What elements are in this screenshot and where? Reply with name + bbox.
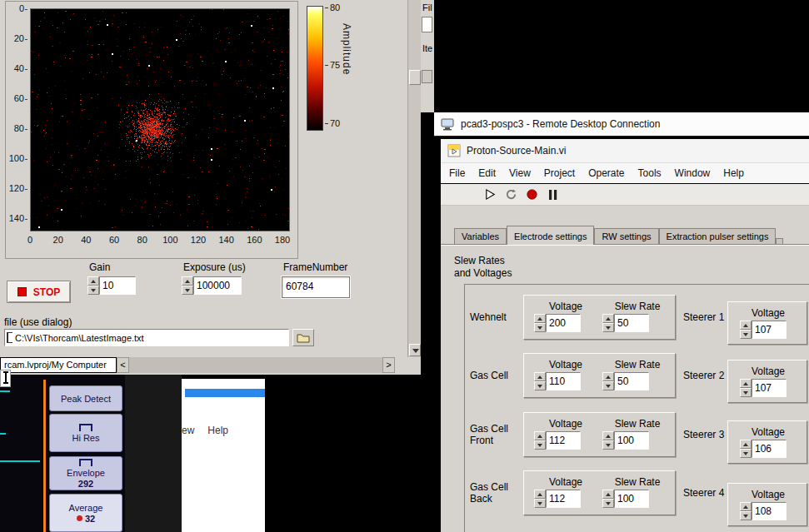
stop-button[interactable]: STOP (7, 281, 71, 303)
slew-rate-field[interactable]: 50 (614, 314, 649, 332)
increment-button[interactable] (740, 502, 752, 511)
menu-item-help[interactable]: Help (717, 165, 751, 181)
breadcrumb[interactable]: rcam.lvproj/My Computer (0, 357, 117, 373)
increment-button[interactable] (534, 490, 546, 499)
steerer-voltage-field[interactable]: 106 (752, 440, 787, 458)
v-scrollbar-thumb[interactable] (409, 70, 421, 85)
menu-item-tools[interactable]: Tools (632, 165, 668, 181)
decrement-button[interactable] (534, 499, 546, 508)
increment-button[interactable] (534, 372, 546, 381)
menu-item-edit[interactable]: Edit (472, 165, 502, 181)
tab-partial[interactable] (776, 238, 783, 244)
increment-button[interactable] (740, 321, 752, 330)
slew-rate-field[interactable]: 100 (614, 431, 649, 450)
y-axis: 020406080100120140 (6, 8, 27, 230)
v-scrollbar[interactable] (407, 0, 421, 357)
decrement-button[interactable] (740, 511, 752, 520)
increment-button[interactable] (602, 314, 614, 323)
decrement-button[interactable] (602, 440, 614, 450)
spinner[interactable] (534, 314, 546, 332)
scroll-down-button[interactable] (409, 344, 421, 356)
spinner[interactable] (740, 440, 752, 458)
menu-item-help[interactable]: Help (207, 425, 228, 436)
spinner[interactable] (534, 372, 546, 390)
steerer-voltage-field[interactable]: 107 (752, 321, 787, 339)
gain-spinner[interactable] (87, 276, 99, 295)
spinner[interactable] (740, 321, 752, 339)
decrement-button[interactable] (534, 440, 546, 450)
average-button[interactable]: Average 32 (49, 494, 122, 532)
increment-button[interactable] (534, 431, 546, 440)
increment-button[interactable] (602, 431, 614, 440)
menu-item-view[interactable]: View (502, 165, 537, 181)
slew-rate-field[interactable]: 50 (614, 372, 649, 390)
decrement-button[interactable] (182, 286, 193, 295)
spinner[interactable] (534, 431, 546, 450)
envelope-button[interactable]: Envelope 292 (49, 456, 122, 490)
slew-rate-field[interactable]: 100 (614, 490, 649, 508)
x-tick-label: 100 (162, 235, 177, 245)
browse-button[interactable] (292, 329, 314, 346)
run-button[interactable] (482, 187, 497, 202)
decrement-button[interactable] (740, 449, 752, 458)
increment-button[interactable] (740, 379, 752, 388)
tab-variables[interactable]: Variables (454, 228, 507, 244)
spinner[interactable] (602, 490, 614, 508)
increment-button[interactable] (182, 276, 193, 286)
spinner[interactable] (602, 431, 614, 450)
steerer-cluster: Voltage 106 (727, 420, 807, 464)
spinner[interactable] (602, 372, 614, 390)
beam-canvas (30, 8, 290, 231)
decrement-button[interactable] (534, 381, 546, 390)
steerer-voltage-field[interactable]: 108 (752, 502, 787, 520)
hi-res-button[interactable]: Hi Res (49, 414, 122, 452)
decrement-button[interactable] (740, 388, 752, 397)
tab-electrode-settings[interactable]: Electrode settings (507, 226, 594, 245)
pause-button[interactable] (545, 187, 560, 202)
voltage-field[interactable]: 112 (546, 431, 581, 450)
slew-rate-header: Slew Rate (602, 476, 672, 488)
increment-button[interactable] (534, 314, 546, 323)
abort-button[interactable] (524, 187, 539, 202)
decrement-button[interactable] (740, 330, 752, 339)
increment-button[interactable] (602, 490, 614, 499)
spinner[interactable] (602, 314, 614, 332)
decrement-button[interactable] (602, 499, 614, 508)
menu-item-view-partial[interactable]: ew (182, 425, 194, 436)
scroll-right-button[interactable]: > (382, 357, 395, 373)
rdp-titlebar[interactable]: pcad3-pospc3 - Remote Desktop Connection (434, 112, 809, 137)
file-path-label: file (use dialog) (4, 316, 72, 328)
peak-detect-button[interactable]: Peak Detect (49, 385, 122, 411)
run-continuous-button[interactable] (503, 187, 518, 202)
menu-item-window[interactable]: Window (668, 165, 717, 181)
x-tick-label: 160 (247, 235, 262, 245)
decrement-button[interactable] (534, 323, 546, 332)
decrement-button[interactable] (87, 286, 99, 295)
spinner[interactable] (534, 490, 546, 508)
menu-item-project[interactable]: Project (537, 165, 582, 181)
exposure-input[interactable]: 100000 (193, 276, 242, 295)
file-path-input[interactable]: C:\VIs\Thorcam\LatestImage.txt (4, 329, 289, 346)
voltage-field[interactable]: 112 (546, 490, 581, 508)
decrement-button[interactable] (602, 323, 614, 332)
spinner[interactable] (740, 502, 752, 520)
voltage-slew-cluster: Voltage 110 Slew Rate (523, 353, 676, 398)
steerer-voltage-field[interactable]: 107 (752, 379, 787, 397)
scroll-left-button[interactable]: < (117, 357, 129, 373)
increment-button[interactable] (602, 372, 614, 381)
vi-title-text: Proton-Source-Main.vi (467, 145, 566, 157)
gain-input[interactable]: 10 (99, 276, 136, 295)
spinner[interactable] (740, 379, 752, 397)
decrement-button[interactable] (602, 381, 614, 390)
voltage-field[interactable]: 110 (546, 372, 581, 390)
tab-extraction-pulser-settings[interactable]: Extraction pulser settings (659, 228, 777, 244)
exposure-spinner[interactable] (182, 276, 193, 295)
h-scrollbar-track[interactable] (129, 357, 382, 373)
menu-item-file[interactable]: File (442, 165, 472, 181)
voltage-field[interactable]: 200 (546, 314, 581, 332)
vi-titlebar[interactable]: Proton-Source-Main.vi (441, 139, 809, 163)
increment-button[interactable] (87, 276, 99, 286)
tab-rw-settings[interactable]: RW settings (594, 228, 658, 244)
menu-item-operate[interactable]: Operate (582, 165, 631, 181)
increment-button[interactable] (740, 440, 752, 449)
